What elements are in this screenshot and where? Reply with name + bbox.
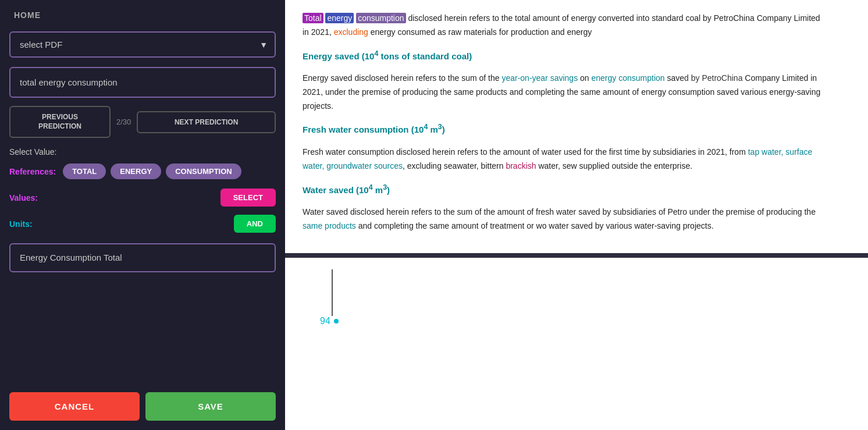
section4-text: Water saved disclosed herein refers to t… [303,205,826,233]
units-row: Units: AND [0,211,285,239]
page-marker: 94 [320,269,339,326]
query-box: total energy consumption [9,67,276,98]
select-pdf-container: select PDF ▼ [9,31,276,58]
name-input[interactable] [20,253,265,262]
ref-tag-energy[interactable]: ENERGY [111,164,161,179]
section3-text: Fresh water consumption disclosed herein… [303,145,826,173]
ref-tag-total[interactable]: TOTAL [63,164,106,179]
highlight-consumption: consumption [356,13,405,23]
bottom-area: 94 [285,258,868,338]
save-button[interactable]: SAVE [145,392,276,421]
cancel-button[interactable]: CANCEL [9,392,140,421]
right-panel: Total energy consumption disclosed herei… [285,0,868,430]
select-value-button[interactable]: SELECT [220,189,276,207]
references-label: References: [9,167,56,176]
section2-heading: Energy saved (104 tons of standard coal) [303,48,826,64]
prediction-count: 2/30 [114,118,133,126]
and-button[interactable]: AND [234,215,276,233]
home-header: HOME [0,0,285,27]
ref-tag-consumption[interactable]: CONSUMPTION [166,164,241,179]
select-value-label: Select Value: [0,144,285,161]
section2-text: Energy saved disclosed herein refers to … [303,72,826,113]
section3-heading: Fresh water consumption (104 m3) [303,121,826,137]
page-dot [334,319,339,324]
next-prediction-button[interactable]: NEXT PREDICTION [137,111,276,133]
prediction-nav: PREVIOUSPREDICTION 2/30 NEXT PREDICTION [9,106,276,138]
select-pdf-dropdown[interactable]: select PDF [9,31,276,58]
section4-heading: Water saved (104 m3) [303,182,826,198]
highlight-total: Total [303,13,323,23]
highlight-energy: energy [325,13,354,23]
values-label: Values: [9,193,38,202]
vertical-line [332,269,333,316]
paragraph-1: Total energy consumption disclosed herei… [303,12,826,40]
previous-prediction-button[interactable]: PREVIOUSPREDICTION [9,106,111,138]
name-input-wrapper [9,243,276,272]
left-panel: HOME select PDF ▼ total energy consumpti… [0,0,285,430]
action-buttons: CANCEL SAVE [0,388,285,430]
units-label: Units: [9,219,33,229]
values-row: Values: SELECT [0,185,285,211]
pdf-content: Total energy consumption disclosed herei… [285,0,844,253]
references-row: References: TOTAL ENERGY CONSUMPTION [0,161,285,185]
page-number: 94 [320,316,339,326]
divider-bar [285,253,868,258]
